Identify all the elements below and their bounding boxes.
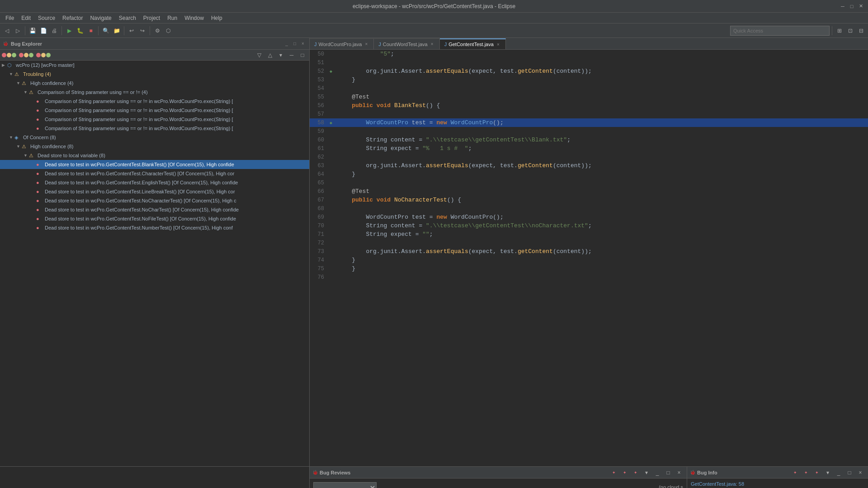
bug-reviews-action2[interactable]: ✦ xyxy=(620,468,630,478)
tree-item-high-conf-2[interactable]: ▼ ⚠ High confidence (8) xyxy=(0,142,309,151)
tree-item-troubling[interactable]: ▼ ⚠ Troubling (4) xyxy=(0,70,309,79)
code-line-63: 63 org.junit.Assert.assertEquals(expect,… xyxy=(310,161,868,170)
tab-countwordtest-close[interactable]: × xyxy=(429,42,435,47)
tree-item-cmp-3[interactable]: ● Comparison of String parameter using =… xyxy=(0,115,309,124)
tree-item-cmp-4[interactable]: ● Comparison of String parameter using =… xyxy=(0,124,309,133)
menu-navigate[interactable]: Navigate xyxy=(86,14,115,22)
explorer-menu-btn[interactable]: ▾ xyxy=(276,50,286,60)
toolbar-redo-btn[interactable]: ↪ xyxy=(137,26,147,36)
tree-text-cg: Comparison of String parameter using == … xyxy=(38,89,148,95)
toolbar-run-btn[interactable]: ▶ xyxy=(64,26,74,36)
explorer-collapse-btn[interactable]: △ xyxy=(265,50,275,60)
menu-run[interactable]: Run xyxy=(164,14,181,22)
bug-info-min[interactable]: _ xyxy=(834,468,844,478)
tree-item-root[interactable]: ▶ ⬡ wcPro (12) [wcPro master] xyxy=(0,61,309,70)
tab-wordcountpro-close[interactable]: × xyxy=(363,42,369,47)
code-line-61: 61 String expect = "% 1 s # "; xyxy=(310,144,868,153)
toolbar-print-btn[interactable]: 🖨 xyxy=(49,26,59,36)
bug-info-action1[interactable]: ✦ xyxy=(790,468,800,478)
title-text: eclipse-workspace - wcPro/src/wcPro/GetC… xyxy=(353,3,515,9)
tab-getcontenttest-close[interactable]: × xyxy=(495,42,501,47)
tree-item-dead-blank[interactable]: ● Dead store to test in wcPro.GetContent… xyxy=(0,160,309,169)
tree-item-high-conf-1[interactable]: ▼ ⚠ High confidence (4) xyxy=(0,79,309,88)
tree-item-dead-nochartest[interactable]: ● Dead store to test in wcPro.GetContent… xyxy=(0,205,309,214)
bug-reviews-dropdown[interactable] xyxy=(313,482,377,488)
maximize-btn[interactable]: □ xyxy=(848,3,855,10)
bug-reviews-max[interactable]: □ xyxy=(663,468,673,478)
tab-countwordtest[interactable]: J CountWordTest.java × xyxy=(374,38,439,49)
minimize-panel-btn[interactable]: _ xyxy=(283,40,290,47)
bug-info-action2[interactable]: ✦ xyxy=(801,468,811,478)
tree-item-dead-number[interactable]: ● Dead store to test in wcPro.GetContent… xyxy=(0,223,309,232)
bug-explorer-header: 🐞 Bug Explorer _ □ × xyxy=(0,38,309,50)
bug-reviews-action3[interactable]: ✦ xyxy=(631,468,641,478)
quick-access-input[interactable] xyxy=(730,26,830,36)
tree-item-of-concern[interactable]: ▼ ◈ Of Concern (8) xyxy=(0,133,309,142)
bug-icon: 🐞 xyxy=(3,41,8,46)
tree-item-dead-linebreak[interactable]: ● Dead store to test in wcPro.GetContent… xyxy=(0,187,309,196)
tree-item-dead-nochar[interactable]: ● Dead store to test in wcPro.GetContent… xyxy=(0,196,309,205)
tree-text-ds7: Dead store to test in wcPro.GetContentTe… xyxy=(45,216,236,221)
toolbar-debug-btn[interactable]: 🐛 xyxy=(75,26,85,36)
maximize-panel-btn[interactable]: □ xyxy=(291,40,298,47)
ci2-icon: ● xyxy=(36,108,43,113)
tree-text-cmp1: Comparison of String parameter using == … xyxy=(45,99,233,104)
toolbar-extra2-btn[interactable]: ⬡ xyxy=(163,26,173,36)
tree-item-dead-store-group[interactable]: ▼ ⚠ Dead store to local variable (8) xyxy=(0,151,309,160)
explorer-max-btn[interactable]: □ xyxy=(297,50,307,60)
oc-icon: ◈ xyxy=(14,135,22,141)
ds6-icon: ● xyxy=(36,207,43,212)
toolbar-stop-btn[interactable]: ■ xyxy=(86,26,96,36)
bug-info-close[interactable]: × xyxy=(855,468,865,478)
tree-item-dead-char[interactable]: ● Dead store to test in wcPro.GetContent… xyxy=(0,169,309,178)
bug-reviews-close[interactable]: × xyxy=(674,468,684,478)
toolbar-perspective2-btn[interactable]: ⊡ xyxy=(845,26,855,36)
code-editor[interactable]: 50 "5"; 51 52 ◆ org.junit.Assert.assertE… xyxy=(310,50,868,466)
tab-countwordtest-label: CountWordTest.java xyxy=(383,42,428,47)
menu-edit[interactable]: Edit xyxy=(18,14,34,22)
menu-window[interactable]: Window xyxy=(181,14,208,22)
toolbar-extra1-btn[interactable]: ⚙ xyxy=(152,26,162,36)
tab-getcontenttest-label: GetContentTest.java xyxy=(448,42,494,47)
tab-wordcountpro[interactable]: J WordCountPro.java × xyxy=(310,38,374,49)
menu-help[interactable]: Help xyxy=(208,14,226,22)
bug-reviews-menu[interactable]: ▾ xyxy=(642,468,651,478)
tree-text-ds5: Dead store to test in wcPro.GetContentTe… xyxy=(45,198,236,203)
menu-project[interactable]: Project xyxy=(140,14,164,22)
tree-item-dead-nofile[interactable]: ● Dead store to test in wcPro.GetContent… xyxy=(0,214,309,223)
tree-item-dead-english[interactable]: ● Dead store to test in wcPro.GetContent… xyxy=(0,178,309,187)
explorer-min-btn[interactable]: ─ xyxy=(287,50,297,60)
bug-reviews-action1[interactable]: ✦ xyxy=(609,468,619,478)
code-line-60: 60 String content = ".\\testcase\\getCon… xyxy=(310,136,868,144)
menu-source[interactable]: Source xyxy=(34,14,59,22)
menu-file[interactable]: File xyxy=(2,14,18,22)
toolbar-open-btn[interactable]: 📁 xyxy=(112,26,122,36)
toolbar-search-btn[interactable]: 🔍 xyxy=(101,26,111,36)
tree-arrow-cg: ▼ xyxy=(24,90,29,94)
bug-info-menu[interactable]: ▾ xyxy=(823,468,833,478)
close-btn[interactable]: ✕ xyxy=(857,3,864,10)
explorer-expand-btn[interactable]: ▽ xyxy=(254,50,264,60)
toolbar-back-btn[interactable]: ◁ xyxy=(2,26,12,36)
tab-getcontenttest[interactable]: J GetContentTest.java × xyxy=(440,38,506,49)
close-panel-btn[interactable]: × xyxy=(299,40,307,47)
tree-item-comparison-group[interactable]: ▼ ⚠ Comparison of String parameter using… xyxy=(0,88,309,97)
minimize-btn[interactable]: ─ xyxy=(839,3,846,10)
toolbar-perspective3-btn[interactable]: ⊟ xyxy=(856,26,866,36)
tree-item-cmp-2[interactable]: ● Comparison of String parameter using =… xyxy=(0,106,309,115)
tree-item-cmp-1[interactable]: ● Comparison of String parameter using =… xyxy=(0,97,309,106)
toolbar-perspective1-btn[interactable]: ⊞ xyxy=(835,26,844,36)
bug-info-action3[interactable]: ✦ xyxy=(812,468,822,478)
bug-reviews-min[interactable]: _ xyxy=(652,468,662,478)
code-line-69: 69 WordCountPro test = new WordCountPro(… xyxy=(310,213,868,221)
menu-search[interactable]: Search xyxy=(115,14,140,22)
tree-text-ds3: Dead store to test in wcPro.GetContentTe… xyxy=(45,180,238,185)
tree-container[interactable]: ▶ ⬡ wcPro (12) [wcPro master] ▼ ⚠ Troubl… xyxy=(0,61,309,466)
toolbar-save-btn[interactable]: 💾 xyxy=(28,26,38,36)
toolbar-undo-btn[interactable]: ↩ xyxy=(127,26,137,36)
hc2-icon: ⚠ xyxy=(22,144,29,150)
toolbar-forward-btn[interactable]: ▷ xyxy=(13,26,23,36)
menu-refactor[interactable]: Refactor xyxy=(59,14,86,22)
toolbar-new-btn[interactable]: 📄 xyxy=(38,26,48,36)
bug-info-max[interactable]: □ xyxy=(844,468,854,478)
